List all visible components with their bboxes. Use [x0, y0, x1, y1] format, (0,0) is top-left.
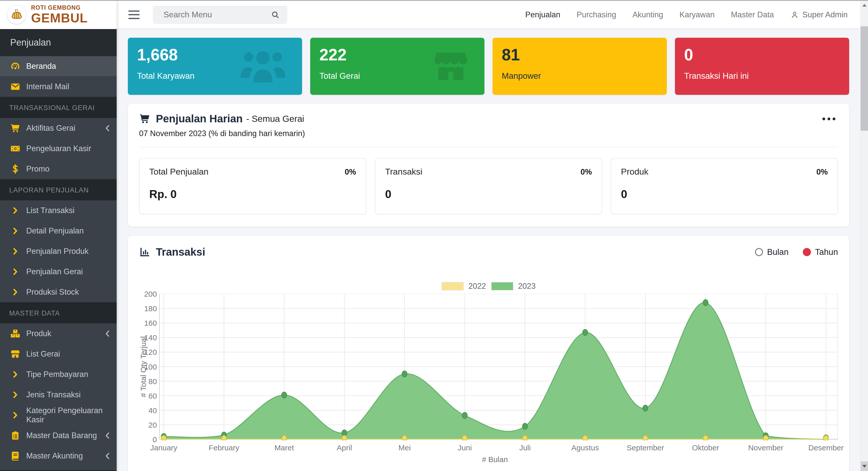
y-tick-label: 180: [141, 304, 157, 313]
sidebar-item-list-transaksi[interactable]: List Transaksi: [0, 200, 117, 221]
sidebar-item-promo[interactable]: Promo: [0, 159, 117, 179]
chevron-left-icon: [105, 125, 110, 131]
y-tick-label: 40: [141, 406, 157, 415]
sidebar-item-aktifitas-gerai[interactable]: Aktifitas Gerai: [0, 118, 117, 138]
top-nav-akunting[interactable]: Akunting: [632, 10, 663, 19]
topbar: PenjualanPurchasingAkuntingKaryawanMaste…: [117, 1, 860, 29]
y-tick-label: 120: [141, 348, 157, 357]
bar-chart-icon: [139, 246, 150, 258]
sidebar-module-title: Penjualan: [0, 29, 117, 56]
radio-circle[interactable]: [803, 248, 811, 256]
chart-card-title: Transaksi: [156, 246, 205, 258]
chevron-right-icon: [9, 266, 21, 277]
search-icon[interactable]: [271, 10, 280, 20]
sidebar-item-label: Produk: [26, 329, 51, 338]
x-tick-label: Juni: [437, 443, 493, 452]
sidebar-item-beranda[interactable]: Beranda: [0, 56, 117, 77]
search-input[interactable]: [153, 10, 265, 19]
hamburger-icon[interactable]: [128, 10, 140, 19]
sidebar-item-produksi-stock[interactable]: Produksi Stock: [0, 282, 117, 302]
sidebar-item-tipe-pembayaran[interactable]: Tipe Pembayaran: [0, 364, 117, 385]
book-icon: [9, 450, 21, 462]
top-nav-karyawan[interactable]: Karyawan: [680, 10, 715, 19]
metric-label: Total Penjualan: [149, 167, 209, 177]
x-tick-label: February: [196, 443, 252, 452]
sidebar-item-kategori-pengeluaran-kasir[interactable]: Kategori Pengeluaran Kasir: [0, 405, 117, 425]
sidebar-item-label: Jenis Transaksi: [26, 390, 81, 400]
user-menu[interactable]: Super Admin: [790, 10, 848, 19]
sidebar-item-master-data-barang[interactable]: Master Data Barang: [0, 425, 117, 446]
ellipsis-icon[interactable]: [820, 115, 838, 123]
scroll-up-arrow-icon[interactable]: [862, 4, 866, 7]
legend-swatch: [441, 282, 464, 291]
radio-bulan[interactable]: Bulan: [755, 247, 788, 257]
sidebar-item-label: Pengeluaran Kasir: [26, 144, 91, 153]
radio-circle[interactable]: [755, 248, 763, 256]
chevron-left-icon: [105, 453, 110, 459]
chevron-right-icon: [9, 369, 21, 380]
metric-card-produk: Produk0%0: [611, 158, 838, 214]
metric-percent: 0%: [581, 168, 592, 177]
chevron-left-icon: [105, 432, 110, 439]
metric-card-total-penjualan: Total Penjualan0%Rp. 0: [139, 158, 366, 214]
sidebar-item-list-gerai[interactable]: List Gerai: [0, 344, 117, 364]
sidebar-item-master-akunting[interactable]: Master Akunting: [0, 446, 117, 466]
scrollbar-thumb[interactable]: [861, 26, 868, 131]
top-nav-master-data[interactable]: Master Data: [731, 10, 774, 19]
y-tick-label: 100: [141, 363, 157, 371]
main-content: 1,668Total Karyawan222Total Gerai81Manpo…: [117, 29, 860, 471]
brand[interactable]: ROTI GEMBONG GEMBUL: [0, 0, 117, 29]
bread-logo-icon: [7, 5, 26, 24]
metric-value: 0: [621, 188, 828, 201]
legend-swatch: [491, 282, 514, 291]
chart-canvas: # Total Qty Terjual # Bulan 020406080100…: [139, 294, 838, 471]
stat-value: 81: [502, 47, 658, 63]
stat-card-total-gerai: 222Total Gerai: [310, 38, 485, 95]
page-scrollbar[interactable]: [860, 1, 868, 471]
banknote-icon: [9, 143, 21, 154]
cart-icon: [9, 123, 21, 134]
sidebar-section-header: MASTER DATA: [0, 302, 117, 323]
chevron-right-icon: [9, 287, 21, 298]
sidebar-item-jenis-transaksi[interactable]: Jenis Transaksi: [0, 385, 117, 405]
sidebar-menu: BerandaInternal MailTRANSAKSIONAL GERAIA…: [0, 56, 117, 466]
x-tick-label: September: [617, 443, 674, 452]
sidebar-item-label: List Gerai: [26, 349, 60, 359]
envelope-icon: [9, 81, 21, 92]
sidebar-item-internal-mail[interactable]: Internal Mail: [0, 77, 117, 97]
x-tick-label: Juli: [497, 443, 553, 452]
clipboard-icon: [9, 430, 21, 441]
chevron-right-icon: [9, 225, 21, 237]
legend-label: 2022: [468, 282, 486, 291]
radio-tahun[interactable]: Tahun: [803, 247, 838, 257]
sidebar-item-label: Kategori Pengeluaran Kasir: [26, 406, 117, 424]
sidebar-item-pengeluaran-kasir[interactable]: Pengeluaran Kasir: [0, 138, 117, 159]
daily-card-subtitle: - Semua Gerai: [246, 114, 304, 124]
top-nav-penjualan[interactable]: Penjualan: [525, 10, 560, 19]
chevron-right-icon: [9, 389, 21, 401]
sidebar-item-produk[interactable]: Produk: [0, 323, 117, 344]
x-tick-label: November: [738, 443, 794, 452]
sidebar-item-penjualan-gerai[interactable]: Penjualan Gerai: [0, 262, 117, 282]
x-tick-label: Agustus: [557, 443, 613, 452]
radio-label: Tahun: [815, 247, 838, 257]
y-tick-label: 0: [141, 435, 157, 444]
user-name: Super Admin: [803, 10, 848, 19]
chevron-right-icon: [9, 410, 21, 421]
legend-item-2023[interactable]: 2023: [491, 282, 536, 291]
cubes-icon: [9, 328, 21, 339]
chart-legend: 20222023: [139, 282, 838, 291]
user-icon: [790, 10, 799, 19]
x-tick-label: January: [136, 443, 192, 452]
sidebar-item-penjualan-produk[interactable]: Penjualan Produk: [0, 241, 117, 262]
store-icon: [431, 47, 470, 86]
top-nav-purchasing[interactable]: Purchasing: [577, 10, 616, 19]
people-icon: [238, 47, 288, 86]
scroll-down-arrow-icon[interactable]: [862, 465, 866, 468]
top-nav: PenjualanPurchasingAkuntingKaryawanMaste…: [525, 10, 860, 19]
sidebar-item-label: Penjualan Produk: [26, 247, 89, 256]
legend-item-2022[interactable]: 2022: [441, 282, 486, 291]
sidebar-item-detail-penjualan[interactable]: Detail Penjualan: [0, 221, 117, 241]
sidebar-section-header: TRANSAKSIONAL GERAI: [0, 97, 117, 118]
x-tick-label: Mei: [376, 443, 432, 452]
